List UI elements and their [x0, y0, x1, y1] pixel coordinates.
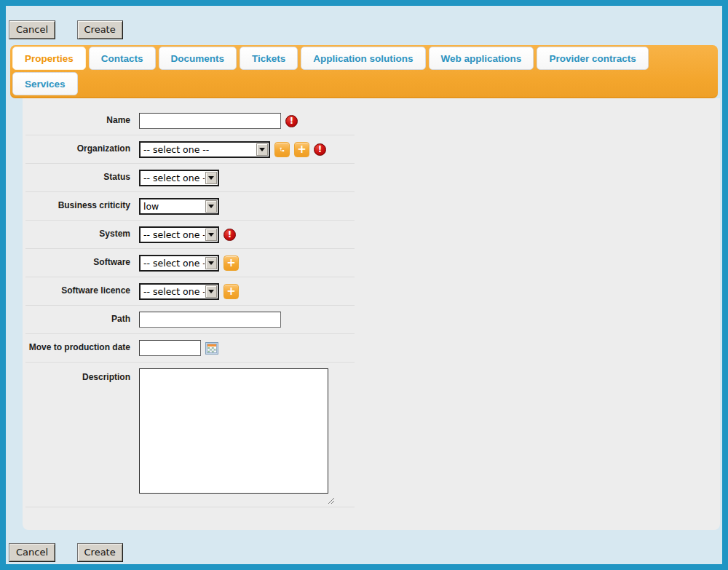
business-criticity-select[interactable]: low — [139, 198, 219, 215]
dropdown-arrow-icon — [205, 172, 217, 184]
move-to-production-date-label: Move to production date — [25, 343, 139, 353]
software-licence-select-value: -- select one -- — [141, 286, 205, 297]
cancel-button[interactable]: Cancel — [9, 20, 55, 39]
tab-provider-contracts[interactable]: Provider contracts — [537, 47, 648, 70]
form-row-software: Software -- select one -- + — [25, 249, 355, 277]
hierarchy-icon — [280, 145, 285, 154]
date-picker-button[interactable] — [205, 342, 218, 355]
form-row-system: System -- select one -- ! — [25, 221, 355, 249]
cancel-button[interactable]: Cancel — [9, 543, 55, 562]
create-button[interactable]: Create — [77, 543, 123, 562]
dropdown-arrow-icon — [205, 229, 217, 241]
tab-documents[interactable]: Documents — [159, 47, 237, 70]
organization-select-value: -- select one -- — [141, 144, 256, 155]
dropdown-arrow-icon — [205, 257, 217, 269]
status-label: Status — [25, 173, 139, 183]
tab-web-applications[interactable]: Web applications — [429, 47, 534, 70]
path-input[interactable] — [139, 312, 281, 328]
bottom-toolbar: Cancel Create — [6, 530, 722, 562]
system-label: System — [25, 229, 139, 240]
move-to-production-date-input[interactable] — [139, 340, 201, 356]
name-label: Name — [25, 116, 139, 126]
form-row-description: Description — [25, 363, 355, 507]
status-select[interactable]: -- select one -- — [139, 170, 219, 186]
hierarchy-browse-button[interactable] — [274, 142, 290, 157]
business-criticity-label: Business criticity — [25, 201, 139, 211]
required-error-icon: ! — [285, 115, 298, 127]
form-row-name: Name ! — [25, 107, 355, 135]
form: Name ! Organization -- select one -- — [25, 107, 355, 507]
tab-contacts[interactable]: Contacts — [89, 47, 156, 70]
top-toolbar: Cancel Create — [6, 6, 722, 38]
name-input[interactable] — [139, 113, 281, 129]
tab-tickets[interactable]: Tickets — [240, 47, 298, 70]
create-object-page: Cancel Create Properties Contacts Docume… — [0, 0, 728, 570]
add-organization-button[interactable]: + — [294, 142, 309, 157]
add-software-licence-button[interactable]: + — [223, 284, 239, 299]
description-textarea[interactable] — [139, 368, 328, 494]
software-licence-select[interactable]: -- select one -- — [139, 283, 219, 300]
add-icon: + — [226, 286, 236, 297]
form-row-business-criticity: Business criticity low — [25, 192, 355, 221]
form-row-move-to-production-date: Move to production date — [25, 334, 355, 363]
status-select-value: -- select one -- — [141, 173, 205, 183]
add-software-button[interactable]: + — [223, 256, 239, 271]
tab-bar: Properties Contacts Documents Tickets Ap… — [10, 45, 718, 98]
dropdown-arrow-icon — [205, 285, 217, 298]
add-icon: + — [226, 258, 236, 269]
properties-panel: Name ! Organization -- select one -- — [23, 98, 720, 530]
form-row-path: Path — [25, 306, 355, 334]
resize-handle-icon[interactable] — [326, 497, 334, 504]
organization-label: Organization — [25, 144, 139, 154]
system-select[interactable]: -- select one -- — [139, 226, 219, 243]
software-select[interactable]: -- select one -- — [139, 255, 219, 272]
software-licence-label: Software licence — [25, 286, 139, 296]
required-error-icon: ! — [314, 143, 326, 156]
system-select-value: -- select one -- — [141, 229, 205, 240]
organization-select[interactable]: -- select one -- — [139, 141, 270, 158]
form-row-status: Status -- select one -- — [25, 164, 355, 192]
tab-properties[interactable]: Properties — [12, 47, 86, 70]
path-label: Path — [25, 314, 139, 325]
required-error-icon: ! — [223, 229, 236, 241]
dropdown-arrow-icon — [256, 143, 268, 156]
software-label: Software — [25, 258, 139, 268]
software-select-value: -- select one -- — [141, 258, 205, 269]
add-icon: + — [297, 144, 306, 155]
calendar-icon — [205, 342, 218, 355]
dropdown-arrow-icon — [205, 200, 217, 213]
form-row-software-licence: Software licence -- select one -- + — [25, 277, 355, 306]
description-label: Description — [25, 368, 139, 383]
form-row-organization: Organization -- select one -- + — [25, 135, 355, 164]
tab-application-solutions[interactable]: Application solutions — [301, 47, 425, 70]
create-button[interactable]: Create — [77, 20, 123, 39]
tab-services[interactable]: Services — [12, 72, 78, 95]
business-criticity-select-value: low — [141, 201, 205, 212]
